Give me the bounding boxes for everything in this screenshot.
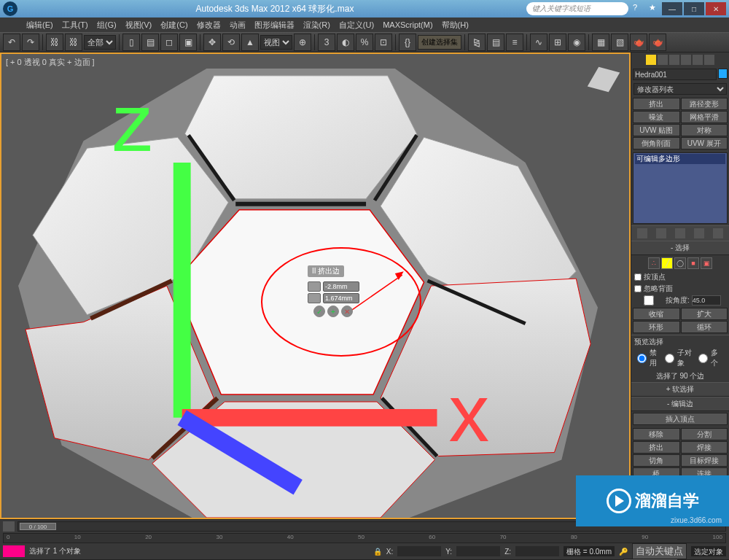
maximize-button[interactable]: □ — [684, 2, 704, 15]
modifier-list-dropdown[interactable]: 修改器列表 — [634, 83, 727, 95]
stack-editable-poly[interactable]: 可编辑多边形 — [635, 154, 725, 164]
preview-subobj-radio[interactable] — [665, 354, 674, 363]
rollout-edit-edges[interactable]: 编辑边 — [631, 397, 729, 411]
menu-customize[interactable]: 自定义(U) — [335, 18, 378, 32]
display-tab-icon[interactable] — [693, 55, 703, 65]
star-icon[interactable]: ★ — [649, 3, 660, 15]
auto-key-button[interactable]: 自动关键点 — [632, 543, 687, 559]
motion-tab-icon[interactable] — [681, 55, 691, 65]
coord-y-input[interactable] — [456, 546, 500, 556]
remove-mod-icon[interactable] — [694, 228, 704, 238]
make-unique-icon[interactable] — [675, 228, 685, 238]
object-color-swatch[interactable] — [718, 69, 728, 79]
mod-btn-meshsmooth[interactable]: 网格平滑 — [681, 111, 728, 123]
coord-z-input[interactable] — [515, 546, 559, 556]
menu-views[interactable]: 视图(V) — [121, 18, 157, 32]
window-title: Autodesk 3ds Max 2012 x64 球形化.max — [23, 3, 526, 15]
lock-icon[interactable]: 🔒 — [373, 548, 382, 556]
svg-text:z: z — [112, 77, 153, 168]
object-name-input[interactable] — [633, 69, 717, 80]
timeline-config-icon[interactable] — [3, 521, 15, 532]
ring-button[interactable]: 环形 — [633, 321, 680, 333]
rollout-selection[interactable]: 选择 — [631, 241, 729, 255]
mod-btn-noise[interactable]: 噪波 — [633, 111, 680, 123]
menu-group[interactable]: 组(G) — [93, 18, 121, 32]
svg-text:x: x — [448, 368, 489, 459]
by-vertex-checkbox[interactable] — [634, 273, 642, 281]
render-preset-button[interactable]: 🫖 — [649, 34, 666, 51]
ignore-backfacing-checkbox[interactable] — [634, 285, 642, 292]
chamfer-button[interactable]: 切角 — [633, 454, 680, 467]
selection-info: 选择了 90 个边 — [631, 370, 729, 382]
mod-btn-unwrap[interactable]: UVW 展开 — [681, 137, 728, 149]
show-result-icon[interactable] — [656, 228, 666, 238]
watermark-url: zixue.3d66.com — [671, 516, 722, 524]
coord-x-input[interactable] — [397, 546, 441, 556]
command-panel: 修改器列表 挤出 路径变形 噪波 网格平滑 UVW 贴图 对称 倒角剖面 UVW… — [631, 52, 729, 519]
subobj-edge[interactable]: ╱ — [661, 257, 673, 269]
mod-btn-extrude[interactable]: 挤出 — [633, 98, 680, 110]
menu-rendering[interactable]: 渲染(R) — [299, 18, 335, 32]
watermark-brand: 溜溜自学 — [635, 490, 699, 512]
close-button[interactable]: ✕ — [706, 2, 726, 15]
mod-btn-path[interactable]: 路径变形 — [681, 98, 728, 110]
configure-icon[interactable] — [713, 228, 723, 238]
pin-stack-icon[interactable] — [637, 228, 647, 238]
svg-line-19 — [182, 418, 298, 487]
script-listener[interactable] — [3, 545, 25, 557]
subobj-polygon[interactable]: ■ — [687, 257, 699, 269]
time-ruler[interactable]: 0102030405060708090100 — [3, 533, 726, 543]
remove-button[interactable]: 移除 — [633, 428, 680, 440]
menu-graph-editors[interactable]: 图形编辑器 — [250, 18, 299, 32]
menu-modifiers[interactable]: 修改器 — [192, 18, 225, 32]
menu-tools[interactable]: 工具(T) — [58, 18, 93, 32]
watermark-play-icon — [607, 489, 631, 513]
app-logo: G — [3, 1, 17, 16]
grow-button[interactable]: 扩大 — [681, 308, 728, 320]
viewport[interactable]: [ + 0 透视 0 真实 + 边面 ] — [0, 52, 631, 519]
insert-vertex-button[interactable]: 插入顶点 — [633, 413, 728, 425]
subobj-border[interactable]: ◯ — [674, 257, 686, 269]
subobj-element[interactable]: ▣ — [701, 257, 712, 269]
hierarchy-tab-icon[interactable] — [669, 55, 679, 65]
menu-animation[interactable]: 动画 — [225, 18, 250, 32]
extrude-button[interactable]: 挤出 — [633, 441, 680, 454]
preview-label: 预览选择 — [634, 337, 726, 347]
rollout-softsel[interactable]: 软选择 — [631, 382, 729, 397]
titlebar: G Autodesk 3ds Max 2012 x64 球形化.max 键入关键… — [0, 0, 729, 18]
menubar: 编辑(E) 工具(T) 组(G) 视图(V) 创建(C) 修改器 动画 图形编辑… — [0, 18, 729, 32]
split-button[interactable]: 分割 — [681, 428, 728, 440]
mod-btn-symmetry[interactable]: 对称 — [681, 124, 728, 136]
time-slider[interactable]: 0 / 100 — [20, 523, 56, 530]
menu-edit[interactable]: 编辑(E) — [22, 18, 58, 32]
menu-help[interactable]: 帮助(H) — [437, 18, 473, 32]
watermark: 溜溜自学 zixue.3d66.com — [576, 475, 729, 526]
subobj-vertex[interactable]: ∴ — [648, 257, 660, 269]
mod-btn-bevel[interactable]: 倒角剖面 — [633, 137, 680, 149]
by-angle-input[interactable] — [692, 295, 721, 306]
target-weld-button[interactable]: 目标焊接 — [681, 454, 728, 467]
selection-status: 选择了 1 个对象 — [29, 546, 369, 556]
modifier-stack[interactable]: 可编辑多边形 — [633, 152, 728, 224]
menu-maxscript[interactable]: MAXScript(M) — [378, 19, 437, 31]
loop-button[interactable]: 循环 — [681, 321, 728, 333]
utilities-tab-icon[interactable] — [704, 55, 714, 65]
by-angle-checkbox[interactable] — [634, 295, 663, 306]
preview-multi-radio[interactable] — [698, 354, 708, 363]
panel-tabs — [631, 52, 729, 67]
menu-create[interactable]: 创建(C) — [156, 18, 192, 32]
selected-object-field[interactable]: 选定对象 — [691, 546, 726, 556]
axis-gizmo: z x — [7, 47, 635, 510]
key-icon[interactable]: 🔑 — [619, 548, 628, 556]
grid-spacing: 栅格 = 0.0mm — [564, 546, 615, 556]
minimize-button[interactable]: — — [662, 2, 682, 15]
weld-button[interactable]: 焊接 — [681, 441, 728, 454]
info-icon[interactable]: ? — [633, 3, 644, 15]
mod-btn-uvwmap[interactable]: UVW 贴图 — [633, 124, 680, 136]
create-tab-icon[interactable] — [646, 55, 656, 65]
preview-disable-radio[interactable] — [637, 354, 647, 363]
modify-tab-icon[interactable] — [658, 55, 668, 65]
search-input[interactable]: 键入关键字或短语 — [526, 2, 628, 15]
shrink-button[interactable]: 收缩 — [633, 308, 680, 320]
